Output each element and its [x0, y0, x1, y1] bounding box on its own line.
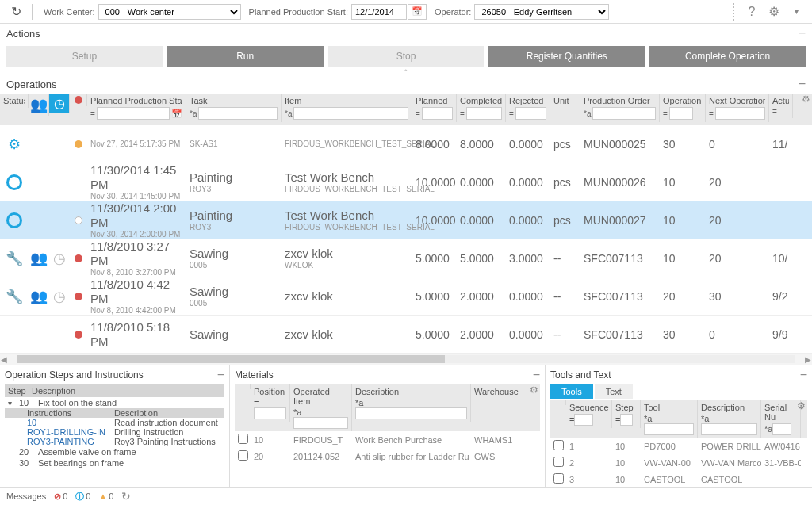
stop-button[interactable]: Stop [328, 46, 485, 67]
clock-icon: ◷ [53, 288, 66, 305]
tab-text[interactable]: Text [595, 384, 633, 399]
error-count[interactable]: ⊘0 [54, 492, 67, 502]
actions-header: Actions − [0, 24, 812, 43]
filter-item[interactable] [293, 107, 408, 120]
step-sub-row[interactable]: ROY3-PAINTINGRoy3 Painting Instructions [5, 437, 224, 446]
filter-mat-pos[interactable] [254, 407, 286, 419]
wrench-icon: 🔧 [6, 250, 23, 267]
operator-select[interactable]: 26050 - Eddy Gerritsen [474, 4, 609, 20]
operations-grid: ⚙ Status 👥 ◷ Planned Production Start =📅… [0, 94, 812, 365]
step-sub-row[interactable]: 10Read instruction document [5, 418, 224, 427]
work-center-select[interactable]: 000 - Work center [98, 4, 241, 20]
materials-panel: Materials− ⚙ Position= Operated Item*a D… [230, 365, 546, 505]
step-row[interactable]: 30Set bearings on frame [5, 457, 224, 469]
circle-icon [6, 212, 22, 228]
filter-planned-start[interactable] [97, 107, 170, 120]
table-row[interactable]: 11/8/2010 5:18 PMSawingzxcv klok5.00002.… [0, 316, 812, 354]
refresh-button[interactable]: ↻ [6, 2, 25, 21]
setup-button[interactable]: Setup [6, 46, 163, 67]
filter-task[interactable] [198, 107, 278, 120]
operations-grid-body: ⚙Nov 27, 2014 5:17:35 PMSK-AS1FIRDOUS_WO… [0, 125, 812, 354]
col-status: Status [3, 96, 25, 105]
col-task: Task [190, 96, 278, 105]
row-checkbox[interactable] [553, 473, 564, 484]
help-icon[interactable]: ? [742, 2, 761, 21]
filter-tools-step[interactable] [620, 414, 633, 426]
planned-start-input[interactable] [351, 4, 407, 20]
col-planned-start: Planned Production Start [90, 96, 182, 105]
row-checkbox[interactable] [238, 434, 248, 444]
filter-tools-desc[interactable] [701, 423, 757, 435]
chevron-down-icon[interactable]: ▾ [787, 2, 806, 21]
filter-tools-tool[interactable] [644, 423, 694, 435]
operations-scrollbar[interactable]: ◀▶ [0, 354, 812, 365]
row-checkbox[interactable] [553, 457, 564, 467]
col-dot-icon [70, 94, 87, 106]
collapse-materials-button[interactable]: − [533, 369, 540, 381]
filter-mat-desc[interactable] [355, 407, 467, 419]
run-button[interactable]: Run [167, 46, 324, 67]
collapse-operations-button[interactable]: − [799, 78, 806, 90]
step-row[interactable]: ▾10Fix tool on the stand [5, 397, 224, 408]
steps-header: StepDescription [5, 384, 224, 397]
filter-prod-order[interactable] [592, 107, 656, 120]
grid-settings-icon[interactable]: ⚙ [802, 94, 810, 105]
work-center-label: Work Center: [44, 7, 95, 17]
table-row[interactable]: 11/30/2014 2:00 PMNov 30, 2014 2:00:00 P… [0, 201, 812, 239]
step-row[interactable]: 20Assemble valve on frame [5, 446, 224, 457]
clock-icon: ◷ [53, 250, 66, 267]
col-prod-order: Production Order [584, 96, 656, 105]
step-sub-row[interactable]: ROY1-DRILLING-INDrilling Instruction [5, 427, 224, 437]
list-item[interactable]: 310CASTOOLCASTOOL [550, 471, 807, 488]
col-clock-icon[interactable]: ◷ [49, 94, 70, 113]
operator-label: Operator: [435, 7, 471, 17]
filter-planned[interactable] [422, 107, 453, 120]
tab-tools[interactable]: Tools [550, 384, 593, 399]
row-checkbox[interactable] [553, 440, 564, 450]
filter-tools-seq[interactable] [574, 414, 593, 426]
status-dot-red [75, 254, 82, 262]
people-icon: 👥 [30, 288, 48, 305]
filter-completed[interactable] [466, 107, 502, 120]
list-item[interactable]: 110PD7000POWER DRILLAW/0416 [550, 438, 807, 454]
materials-grid-body: 10FIRDOUS_TWork Bench PurchaseWHAMS12020… [235, 431, 540, 465]
planned-start-label: Planned Production Start: [249, 7, 348, 17]
complete-operation-button[interactable]: Complete Operation [649, 46, 806, 67]
list-item[interactable]: 10FIRDOUS_TWork Bench PurchaseWHAMS1 [235, 431, 540, 448]
col-operation: Operation [663, 96, 702, 105]
info-count[interactable]: ⓘ0 [75, 491, 90, 503]
table-row[interactable]: 🔧👥◷11/8/2010 4:42 PMNov 8, 2010 4:42:00 … [0, 277, 812, 316]
tools-grid-body: 110PD7000POWER DRILLAW/0416210VW-VAN-00V… [550, 438, 807, 488]
collapse-tools-button[interactable]: − [800, 369, 807, 381]
col-item: Item [285, 96, 408, 105]
register-quantities-button[interactable]: Register Quantities [488, 46, 645, 67]
cal-small-icon[interactable]: 📅 [171, 109, 182, 119]
materials-settings-icon[interactable]: ⚙ [530, 384, 538, 396]
status-dot-empty [75, 216, 82, 224]
filter-operation[interactable] [669, 107, 693, 120]
col-planned: Planned [416, 96, 453, 105]
gear-icon[interactable]: ⚙ [764, 2, 783, 21]
filter-mat-item[interactable] [293, 417, 348, 429]
filter-rejected[interactable] [515, 107, 546, 120]
col-people-icon[interactable]: 👥 [29, 94, 49, 116]
warning-count[interactable]: ▲0 [98, 492, 113, 501]
tools-tabs: Tools Text [550, 384, 807, 399]
table-row[interactable]: 11/30/2014 1:45 PMNov 30, 2014 1:45:00 P… [0, 163, 812, 201]
collapse-actions-button[interactable]: − [799, 27, 806, 40]
gear-icon: ⚙ [8, 136, 21, 153]
calendar-icon[interactable]: 📅 [408, 4, 427, 20]
table-row[interactable]: 🔧👥◷11/8/2010 3:27 PMNov 8, 2010 3:27:00 … [0, 239, 812, 277]
refresh-small-icon[interactable]: ↻ [121, 490, 131, 503]
col-next-op: Next Operation [709, 96, 765, 105]
tools-settings-icon[interactable]: ⚙ [797, 400, 806, 411]
filter-next-op[interactable] [715, 107, 765, 120]
col-rejected: Rejected [509, 96, 546, 105]
list-item[interactable]: 210VW-VAN-00VW-VAN Marco31-VBB-0 [550, 454, 807, 471]
filter-tools-ser[interactable] [772, 423, 791, 435]
messages-footer: Messages ⊘0 ⓘ0 ▲0 ↻ [0, 487, 812, 505]
list-item[interactable]: 20201124.052Anti slip rubber for Ladder … [235, 448, 540, 465]
collapse-steps-button[interactable]: − [217, 369, 224, 381]
row-checkbox[interactable] [238, 450, 248, 461]
table-row[interactable]: ⚙Nov 27, 2014 5:17:35 PMSK-AS1FIRDOUS_WO… [0, 125, 812, 163]
